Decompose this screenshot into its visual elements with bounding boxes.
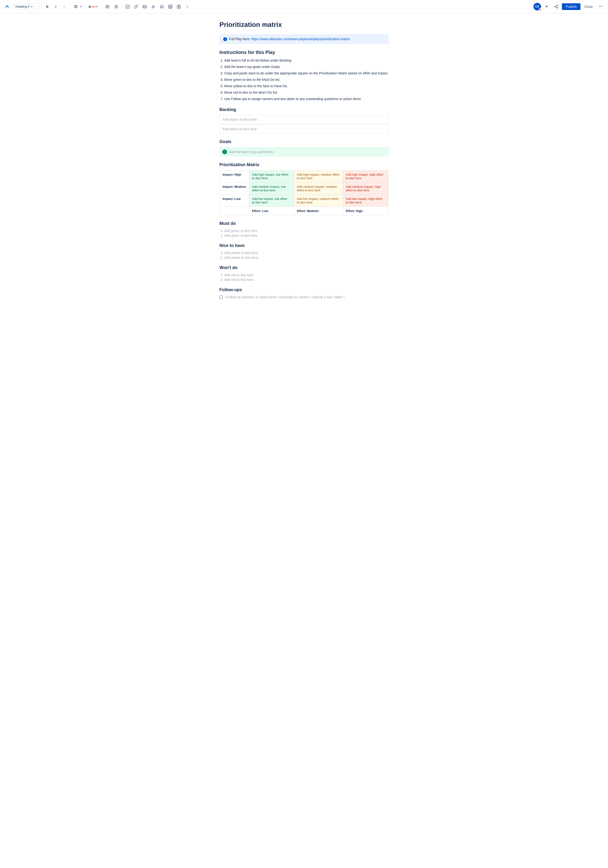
matrix-cell-high-low[interactable]: Add high impact, low effort to-dos here: [249, 170, 294, 183]
svg-point-30: [555, 6, 555, 7]
svg-rect-27: [177, 5, 179, 8]
svg-rect-7: [107, 6, 109, 7]
list-item: Move green to-dos to the Must Do list.: [224, 77, 388, 82]
nice-to-have-list: Add yellow to-dos here Add yellow to-dos…: [220, 251, 388, 260]
instructions-section: Instructions for this Play Add team's fu…: [220, 50, 388, 101]
table-row: Effort: Low Effort: Medium Effort: High: [220, 207, 388, 215]
info-icon: i: [223, 37, 227, 41]
matrix-cell-low-low[interactable]: Add low impact, low effort to-dos here: [249, 195, 294, 207]
backlog-section: Backlog Add team's to-dos here Add team'…: [220, 107, 388, 133]
list-item: Use Follow-ups to assign owners and due …: [224, 96, 388, 101]
impact-high-label: Impact: High: [220, 170, 249, 183]
must-do-list: Add green to-dos here Add green to-dos h…: [220, 229, 388, 237]
numbered-list-button[interactable]: 123: [112, 3, 120, 11]
followup-placeholder[interactable]: <Follow-up question or action item> <@as…: [225, 295, 345, 299]
matrix-cell-med-low[interactable]: Add medium impact, low effort to-dos her…: [249, 183, 294, 195]
matrix-cell-med-high[interactable]: Add medium impact, high effort to-dos he…: [343, 183, 388, 195]
matrix-cell-low-med[interactable]: Add low impact, medium effort to-dos her…: [294, 195, 343, 207]
svg-point-31: [557, 7, 558, 8]
svg-rect-15: [115, 8, 118, 8]
followup-checkbox[interactable]: [220, 295, 223, 299]
insert-more-button[interactable]: +: [184, 3, 191, 11]
font-color-label: A: [88, 5, 91, 9]
table-row: Impact: Low Add low impact, low effort t…: [220, 195, 388, 207]
bullet-list-button[interactable]: [104, 3, 111, 11]
align-button[interactable]: [72, 3, 80, 11]
link-button[interactable]: [132, 3, 140, 11]
toolbar-separator-2: [70, 4, 70, 9]
goals-item[interactable]: ✓ Add the team's top goals here.: [220, 147, 388, 157]
wont-do-heading: Won't do: [220, 265, 388, 270]
list-item[interactable]: Add red to-dos here: [224, 273, 388, 277]
list-item[interactable]: Add yellow to-dos here: [224, 251, 388, 255]
svg-rect-3: [74, 8, 76, 8]
toolbar-separator-4: [101, 4, 102, 9]
list-item[interactable]: Add red to-dos here: [224, 278, 388, 282]
backlog-row-1[interactable]: Add team's to-dos here: [220, 115, 388, 124]
goals-heading: Goals: [220, 139, 388, 144]
more-options-button[interactable]: ···: [597, 3, 604, 11]
table-button[interactable]: [167, 3, 174, 11]
close-button[interactable]: Close: [582, 4, 595, 9]
svg-line-33: [555, 7, 557, 8]
toolbar-separator: [41, 4, 42, 9]
list-item: Move yellow to-dos to the Nice to Have l…: [224, 84, 388, 89]
app-logo: [4, 3, 11, 10]
avatar[interactable]: CK 1: [534, 3, 541, 11]
svg-point-8: [105, 7, 106, 8]
list-item[interactable]: Add yellow to-dos here: [224, 256, 388, 260]
emoji-button[interactable]: [158, 3, 166, 11]
backlog-row-2[interactable]: Add team's to-dos here: [220, 124, 388, 133]
italic-button[interactable]: I: [52, 3, 60, 11]
info-link[interactable]: https://www.atlassian.com/team-playbook/…: [251, 37, 350, 41]
matrix-cell-high-med[interactable]: Add high impact, medium effort to-dos he…: [294, 170, 343, 183]
info-box: i Full Play here: https://www.atlassian.…: [220, 34, 388, 44]
heading-selector[interactable]: Heading 2: [13, 3, 39, 9]
add-collaborator-button[interactable]: +: [543, 3, 551, 11]
color-chevron-icon: [96, 5, 98, 8]
bold-button[interactable]: B: [43, 3, 51, 11]
matrix-cell-high-high[interactable]: Add high impact, high effort to-dos here: [343, 170, 388, 183]
columns-button[interactable]: [175, 3, 183, 11]
publish-button[interactable]: Publish: [562, 3, 580, 10]
must-do-section: Must do Add green to-dos here Add green …: [220, 221, 388, 237]
toolbar-right: CK 1 + Publish Close ···: [534, 3, 604, 11]
svg-point-6: [105, 6, 106, 7]
chevron-down-icon: [30, 5, 33, 8]
followups-section: Follow-ups <Follow-up question or action…: [220, 287, 388, 299]
page-title[interactable]: Prioritization matrix: [220, 21, 388, 28]
task-button[interactable]: [124, 3, 132, 11]
svg-rect-5: [107, 5, 109, 6]
goals-placeholder: Add the team's top goals here.: [229, 150, 274, 154]
list-item: Add the team's top goals under Goals.: [224, 64, 388, 70]
image-button[interactable]: [141, 3, 149, 11]
matrix-cell-med-med[interactable]: Add medium impact, medium effort to-dos …: [294, 183, 343, 195]
color-indicator: [91, 6, 95, 7]
instructions-list: Add team's full to-do list below under B…: [220, 58, 388, 101]
list-item: Move red to-dos to the Won't Do list.: [224, 90, 388, 95]
alignment-group: [72, 3, 83, 11]
svg-point-21: [162, 6, 163, 6]
matrix-heading: Prioritization Matrix: [220, 162, 388, 167]
impact-medium-label: Impact: Medium: [220, 183, 249, 195]
wont-do-section: Won't do Add red to-dos here Add red to-…: [220, 265, 388, 282]
list-item[interactable]: Add green to-dos here: [224, 234, 388, 237]
svg-rect-16: [126, 5, 129, 8]
instructions-heading: Instructions for this Play: [220, 50, 388, 55]
matrix-table: Impact: High Add high impact, low effort…: [220, 170, 388, 215]
matrix-cell-low-high[interactable]: Add low impact, high effort to-dos here: [343, 195, 388, 207]
matrix-section: Prioritization Matrix Impact: High Add h…: [220, 162, 388, 215]
list-item[interactable]: Add green to-dos here: [224, 229, 388, 232]
svg-rect-22: [169, 5, 172, 8]
svg-rect-1: [74, 6, 77, 7]
more-text-button[interactable]: ···: [60, 3, 68, 11]
mention-button[interactable]: @: [149, 3, 157, 11]
svg-line-32: [555, 6, 557, 6]
color-picker-group[interactable]: A: [87, 4, 99, 9]
share-button[interactable]: [552, 3, 560, 11]
svg-point-29: [557, 5, 558, 6]
col-label-empty: [220, 207, 249, 215]
heading-selector-label: Heading 2: [15, 5, 29, 8]
must-do-heading: Must do: [220, 221, 388, 226]
svg-rect-28: [179, 5, 181, 8]
